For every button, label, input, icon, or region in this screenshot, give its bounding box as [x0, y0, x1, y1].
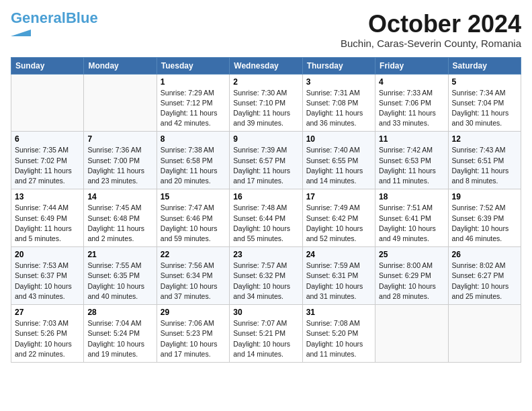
calendar-week-3: 13Sunrise: 7:44 AMSunset: 6:49 PMDayligh… — [11, 189, 521, 247]
calendar-cell: 16Sunrise: 7:48 AMSunset: 6:44 PMDayligh… — [230, 189, 302, 247]
day-number: 1 — [161, 77, 226, 87]
logo-decoration — [11, 27, 31, 32]
day-info: Sunrise: 7:40 AMSunset: 6:55 PMDaylight:… — [306, 145, 371, 186]
day-info: Sunrise: 7:45 AMSunset: 6:48 PMDaylight:… — [87, 203, 152, 244]
weekday-header-sunday: Sunday — [11, 57, 84, 74]
title-block: October 2024 Buchin, Caras-Severin Count… — [341, 11, 521, 49]
day-number: 29 — [161, 308, 226, 317]
day-info: Sunrise: 7:47 AMSunset: 6:46 PMDaylight:… — [161, 203, 226, 244]
day-number: 25 — [379, 250, 444, 259]
calendar-cell: 20Sunrise: 7:53 AMSunset: 6:37 PMDayligh… — [11, 247, 84, 305]
calendar-cell: 23Sunrise: 7:57 AMSunset: 6:32 PMDayligh… — [230, 247, 302, 305]
calendar-cell: 24Sunrise: 7:59 AMSunset: 6:31 PMDayligh… — [302, 247, 375, 305]
day-info: Sunrise: 7:33 AMSunset: 7:06 PMDaylight:… — [379, 88, 444, 129]
calendar-cell — [84, 74, 157, 132]
day-number: 4 — [379, 77, 444, 87]
calendar-cell: 7Sunrise: 7:36 AMSunset: 7:00 PMDaylight… — [84, 132, 157, 189]
calendar-cell: 18Sunrise: 7:51 AMSunset: 6:41 PMDayligh… — [375, 189, 448, 247]
day-info: Sunrise: 7:53 AMSunset: 6:37 PMDaylight:… — [15, 261, 80, 302]
weekday-header-saturday: Saturday — [448, 57, 521, 74]
weekday-header-monday: Monday — [84, 57, 157, 74]
day-number: 31 — [306, 308, 371, 317]
day-info: Sunrise: 7:06 AMSunset: 5:23 PMDaylight:… — [161, 318, 226, 359]
calendar-cell — [448, 305, 521, 363]
day-number: 19 — [452, 192, 517, 201]
day-number: 7 — [87, 134, 152, 144]
day-info: Sunrise: 7:38 AMSunset: 6:58 PMDaylight:… — [161, 145, 226, 186]
calendar-cell: 29Sunrise: 7:06 AMSunset: 5:23 PMDayligh… — [157, 305, 229, 363]
calendar-cell: 27Sunrise: 7:03 AMSunset: 5:26 PMDayligh… — [11, 305, 84, 363]
day-number: 15 — [161, 192, 226, 201]
svg-marker-0 — [11, 30, 31, 36]
calendar-cell: 5Sunrise: 7:34 AMSunset: 7:04 PMDaylight… — [448, 74, 521, 132]
day-number: 23 — [233, 250, 298, 259]
day-info: Sunrise: 7:08 AMSunset: 5:20 PMDaylight:… — [306, 318, 371, 359]
calendar-cell: 30Sunrise: 7:07 AMSunset: 5:21 PMDayligh… — [230, 305, 302, 363]
weekday-header-thursday: Thursday — [302, 57, 375, 74]
calendar-cell: 2Sunrise: 7:30 AMSunset: 7:10 PMDaylight… — [230, 74, 302, 132]
calendar-header-row: SundayMondayTuesdayWednesdayThursdayFrid… — [11, 57, 521, 74]
day-info: Sunrise: 7:35 AMSunset: 7:02 PMDaylight:… — [15, 145, 80, 186]
logo-general: General — [11, 9, 66, 26]
calendar-cell: 22Sunrise: 7:56 AMSunset: 6:34 PMDayligh… — [157, 247, 229, 305]
day-number: 22 — [161, 250, 226, 259]
calendar-cell: 8Sunrise: 7:38 AMSunset: 6:58 PMDaylight… — [157, 132, 229, 189]
day-number: 27 — [15, 308, 80, 317]
calendar-cell — [11, 74, 84, 132]
calendar-table: SundayMondayTuesdayWednesdayThursdayFrid… — [11, 57, 521, 363]
day-info: Sunrise: 7:39 AMSunset: 6:57 PMDaylight:… — [233, 145, 298, 186]
day-info: Sunrise: 7:59 AMSunset: 6:31 PMDaylight:… — [306, 261, 371, 302]
day-info: Sunrise: 7:34 AMSunset: 7:04 PMDaylight:… — [452, 88, 517, 129]
day-info: Sunrise: 7:42 AMSunset: 6:53 PMDaylight:… — [379, 145, 444, 186]
day-info: Sunrise: 7:07 AMSunset: 5:21 PMDaylight:… — [233, 318, 298, 359]
month-title: October 2024 — [341, 11, 521, 38]
day-number: 10 — [306, 134, 371, 144]
day-info: Sunrise: 7:56 AMSunset: 6:34 PMDaylight:… — [161, 261, 226, 302]
day-number: 6 — [15, 134, 80, 144]
calendar-cell: 1Sunrise: 7:29 AMSunset: 7:12 PMDaylight… — [157, 74, 229, 132]
day-number: 12 — [452, 134, 517, 144]
location-title: Buchin, Caras-Severin County, Romania — [341, 38, 521, 49]
day-number: 20 — [15, 250, 80, 259]
calendar-cell: 17Sunrise: 7:49 AMSunset: 6:42 PMDayligh… — [302, 189, 375, 247]
day-info: Sunrise: 7:57 AMSunset: 6:32 PMDaylight:… — [233, 261, 298, 302]
logo-blue: Blue — [66, 9, 98, 26]
day-number: 30 — [233, 308, 298, 317]
day-number: 11 — [379, 134, 444, 144]
day-info: Sunrise: 7:36 AMSunset: 7:00 PMDaylight:… — [87, 145, 152, 186]
calendar-cell: 4Sunrise: 7:33 AMSunset: 7:06 PMDaylight… — [375, 74, 448, 132]
day-info: Sunrise: 7:30 AMSunset: 7:10 PMDaylight:… — [233, 88, 298, 129]
day-number: 18 — [379, 192, 444, 201]
day-info: Sunrise: 7:04 AMSunset: 5:24 PMDaylight:… — [87, 318, 152, 359]
day-number: 14 — [87, 192, 152, 201]
calendar-week-4: 20Sunrise: 7:53 AMSunset: 6:37 PMDayligh… — [11, 247, 521, 305]
calendar-cell: 3Sunrise: 7:31 AMSunset: 7:08 PMDaylight… — [302, 74, 375, 132]
calendar-week-2: 6Sunrise: 7:35 AMSunset: 7:02 PMDaylight… — [11, 132, 521, 189]
calendar-cell: 14Sunrise: 7:45 AMSunset: 6:48 PMDayligh… — [84, 189, 157, 247]
day-number: 26 — [452, 250, 517, 259]
calendar-cell — [375, 305, 448, 363]
logo: GeneralBlue — [11, 11, 98, 32]
calendar-body: 1Sunrise: 7:29 AMSunset: 7:12 PMDaylight… — [11, 74, 521, 362]
day-info: Sunrise: 8:02 AMSunset: 6:27 PMDaylight:… — [452, 261, 517, 302]
day-info: Sunrise: 7:03 AMSunset: 5:26 PMDaylight:… — [15, 318, 80, 359]
day-number: 17 — [306, 192, 371, 201]
logo-text: GeneralBlue — [11, 11, 98, 26]
calendar-cell: 28Sunrise: 7:04 AMSunset: 5:24 PMDayligh… — [84, 305, 157, 363]
calendar-cell: 15Sunrise: 7:47 AMSunset: 6:46 PMDayligh… — [157, 189, 229, 247]
calendar-cell: 6Sunrise: 7:35 AMSunset: 7:02 PMDaylight… — [11, 132, 84, 189]
day-info: Sunrise: 7:48 AMSunset: 6:44 PMDaylight:… — [233, 203, 298, 244]
calendar-cell: 13Sunrise: 7:44 AMSunset: 6:49 PMDayligh… — [11, 189, 84, 247]
day-info: Sunrise: 7:52 AMSunset: 6:39 PMDaylight:… — [452, 203, 517, 244]
day-info: Sunrise: 7:31 AMSunset: 7:08 PMDaylight:… — [306, 88, 371, 129]
calendar-cell: 19Sunrise: 7:52 AMSunset: 6:39 PMDayligh… — [448, 189, 521, 247]
day-number: 8 — [161, 134, 226, 144]
day-number: 16 — [233, 192, 298, 201]
day-info: Sunrise: 7:51 AMSunset: 6:41 PMDaylight:… — [379, 203, 444, 244]
calendar-cell: 26Sunrise: 8:02 AMSunset: 6:27 PMDayligh… — [448, 247, 521, 305]
weekday-header-tuesday: Tuesday — [157, 57, 229, 74]
calendar-week-1: 1Sunrise: 7:29 AMSunset: 7:12 PMDaylight… — [11, 74, 521, 132]
weekday-header-friday: Friday — [375, 57, 448, 74]
calendar-cell: 25Sunrise: 8:00 AMSunset: 6:29 PMDayligh… — [375, 247, 448, 305]
calendar-week-5: 27Sunrise: 7:03 AMSunset: 5:26 PMDayligh… — [11, 305, 521, 363]
